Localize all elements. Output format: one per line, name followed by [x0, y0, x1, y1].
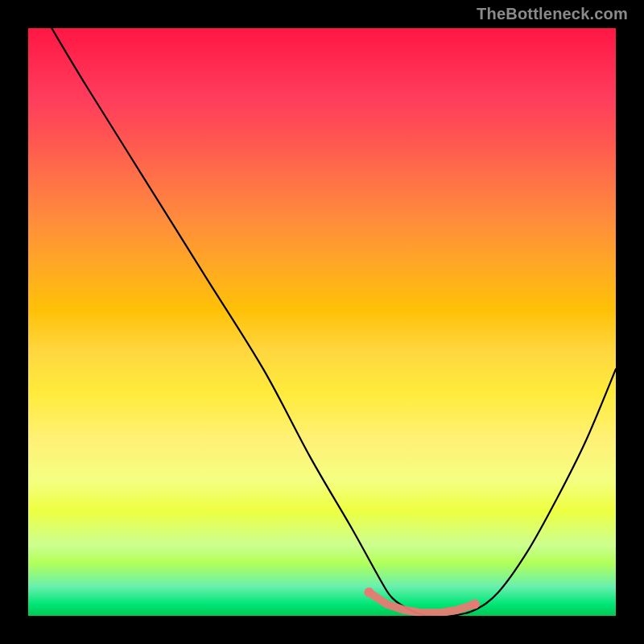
- optimal-zone-markers: [364, 588, 479, 613]
- optimal-zone-stroke: [369, 592, 474, 613]
- chart-frame: TheBottleneck.com: [0, 0, 644, 644]
- plot-area: [28, 28, 616, 616]
- optimal-zone-endpoint: [364, 588, 374, 597]
- optimal-zone-endpoint: [470, 599, 480, 609]
- watermark-text: TheBottleneck.com: [477, 5, 628, 23]
- curve-layer: [28, 28, 616, 616]
- bottleneck-curve-path: [52, 28, 616, 616]
